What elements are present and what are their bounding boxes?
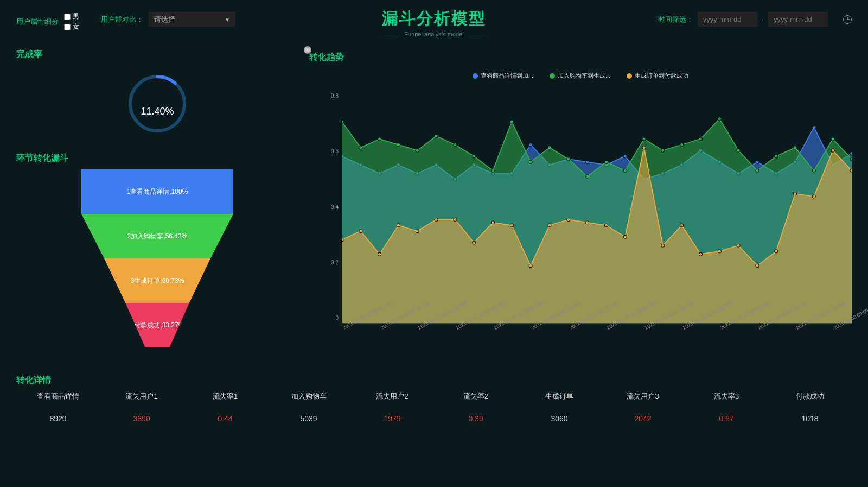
legend-item[interactable]: 查看商品详情到加... bbox=[473, 72, 533, 80]
conversion-details: 转化详情 查看商品详情流失用户1流失率1加入购物车流失用户2流失率2生成订单流失… bbox=[0, 358, 868, 423]
details-headers: 查看商品详情流失用户1流失率1加入购物车流失用户2流失率2生成订单流失用户3流失… bbox=[16, 391, 852, 401]
trend-chart bbox=[342, 93, 852, 324]
chart-data-point bbox=[756, 169, 759, 172]
chart-data-point bbox=[737, 149, 740, 152]
chart-data-point bbox=[756, 264, 759, 267]
chart-data-point bbox=[491, 169, 494, 172]
chart-data-point bbox=[775, 155, 778, 158]
funnel-segment: 2加入购物车,56.43% bbox=[81, 214, 233, 258]
right-column: 转化趋势 查看商品详情到加...加入购物车到生成...生成订单到付款成功 0.8… bbox=[309, 43, 852, 358]
chart-data-point bbox=[454, 218, 457, 221]
chart-data-point bbox=[378, 137, 381, 141]
chart-data-point bbox=[604, 160, 608, 163]
details-header-cell: 流失用户2 bbox=[350, 391, 434, 401]
chart-data-point bbox=[567, 157, 570, 161]
details-header-cell: 流失用户3 bbox=[601, 391, 685, 401]
chart-data-point bbox=[586, 160, 589, 163]
chart-data-point bbox=[529, 143, 532, 146]
user-group-label: 用户群对比： bbox=[101, 15, 143, 24]
chart-data-point bbox=[529, 160, 532, 163]
details-value-cell: 0.67 bbox=[685, 414, 768, 423]
chart-data-point bbox=[642, 146, 646, 149]
chart-data-point bbox=[850, 169, 852, 172]
chart-data-point bbox=[529, 264, 532, 267]
legend-item[interactable]: 生成订单到付款成功 bbox=[627, 72, 688, 80]
legend-item[interactable]: 加入购物车到生成... bbox=[550, 72, 610, 80]
y-tick-label: 0.2 bbox=[326, 260, 339, 265]
funnel-segment: 4付款成功,33.27% bbox=[81, 303, 233, 347]
chart-data-point bbox=[850, 151, 852, 155]
chart-data-point bbox=[359, 146, 362, 149]
chart-data-point bbox=[473, 241, 476, 244]
chart-data-point bbox=[548, 224, 551, 227]
chart-data-point bbox=[642, 137, 646, 141]
clock-icon[interactable] bbox=[843, 15, 852, 24]
checkbox-male[interactable]: 男 bbox=[64, 12, 79, 21]
chart-data-point bbox=[699, 252, 702, 256]
chart-data-point bbox=[473, 155, 476, 158]
legend-dot-icon bbox=[627, 73, 632, 79]
details-value-cell: 5039 bbox=[267, 414, 350, 423]
time-filter: 时间筛选： - bbox=[658, 12, 852, 27]
user-group-filter: 用户群对比： 请选择 bbox=[101, 12, 235, 27]
chart-data-point bbox=[416, 230, 419, 233]
y-tick-label: 0.8 bbox=[326, 93, 339, 99]
chart-data-point bbox=[397, 143, 400, 146]
date-separator: - bbox=[762, 15, 764, 23]
page-subtitle: Funnel analysis model bbox=[374, 31, 494, 37]
chart-data-point bbox=[831, 149, 834, 152]
details-value-cell: 1018 bbox=[768, 414, 852, 423]
chart-data-point bbox=[397, 224, 400, 227]
chart-data-point bbox=[661, 244, 665, 247]
user-attr-label: 用户属性细分 bbox=[16, 17, 59, 27]
header: 用户属性细分 男 女 用户群对比： 请选择 漏斗分析模型 Funnel anal… bbox=[0, 0, 868, 43]
chart-data-point bbox=[416, 149, 419, 152]
chart-data-point bbox=[794, 146, 797, 149]
chart-data-point bbox=[680, 224, 684, 227]
user-attr-filter: 用户属性细分 男 女 bbox=[16, 12, 79, 31]
details-values: 892938900.44503919790.39306020420.671018 bbox=[16, 406, 852, 423]
details-header-cell: 查看商品详情 bbox=[16, 391, 100, 401]
user-group-select-wrap: 请选择 bbox=[149, 12, 235, 27]
page-title: 漏斗分析模型 bbox=[374, 8, 494, 30]
details-value-cell: 0.39 bbox=[434, 414, 518, 423]
user-group-select[interactable]: 请选择 bbox=[149, 12, 235, 27]
chart-data-point bbox=[567, 218, 570, 221]
x-axis: 2021-01-08 00:00:00.0002021-01-10 00:00:… bbox=[342, 324, 852, 351]
chart-data-point bbox=[775, 250, 778, 253]
y-tick-label: 0.6 bbox=[326, 148, 339, 154]
chart-data-point bbox=[812, 126, 815, 129]
chart-data-point bbox=[831, 137, 834, 141]
details-header-cell: 流失率3 bbox=[685, 391, 768, 401]
chart-data-point bbox=[737, 244, 740, 247]
details-header-cell: 加入购物车 bbox=[267, 391, 350, 401]
chart-data-point bbox=[342, 238, 343, 242]
chart-data-point bbox=[454, 143, 457, 146]
chart-data-point bbox=[623, 169, 627, 172]
time-label: 时间筛选： bbox=[658, 15, 693, 24]
chart-data-point bbox=[794, 192, 797, 195]
chart-data-point bbox=[548, 146, 551, 149]
chart-data-point bbox=[680, 143, 684, 146]
funnel-title: 环节转化漏斗 bbox=[16, 153, 298, 164]
title-block: 漏斗分析模型 Funnel analysis model bbox=[374, 8, 494, 37]
legend-dot-icon bbox=[550, 73, 555, 79]
chart-data-point bbox=[718, 117, 721, 121]
chart-legend: 查看商品详情到加...加入购物车到生成...生成订单到付款成功 bbox=[309, 68, 852, 82]
details-title: 转化详情 bbox=[16, 375, 852, 386]
chart-data-point bbox=[491, 221, 494, 224]
date-from-input[interactable] bbox=[698, 12, 757, 27]
chart-data-point bbox=[604, 224, 608, 227]
chart-data-point bbox=[850, 157, 852, 161]
date-to-input[interactable] bbox=[768, 12, 828, 27]
funnel-segment: 1查看商品详情,100% bbox=[81, 169, 233, 214]
left-column: 完成率 11.40% 环节转化漏斗 1查看商品详情,100%2加入购物车,56.… bbox=[16, 43, 298, 358]
checkbox-female[interactable]: 女 bbox=[64, 22, 79, 31]
chart-data-point bbox=[812, 195, 815, 198]
chart-data-point bbox=[699, 137, 702, 141]
chart-data-point bbox=[359, 230, 362, 233]
funnel-segment: 3生成订单,60.73% bbox=[81, 258, 233, 303]
chart-data-point bbox=[510, 120, 513, 123]
details-value-cell: 3890 bbox=[100, 414, 183, 423]
details-value-cell: 3060 bbox=[518, 414, 601, 423]
